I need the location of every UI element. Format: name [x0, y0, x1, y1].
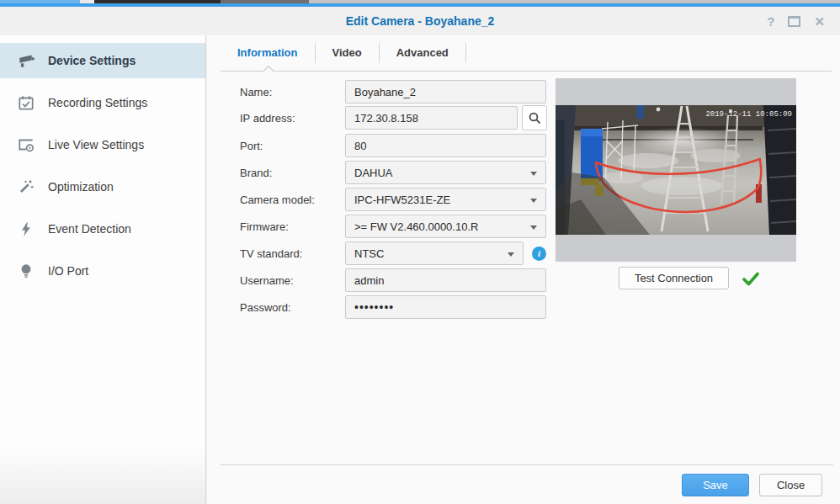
- form-row-username: Username:: [240, 268, 546, 292]
- username-label: Username:: [240, 274, 345, 287]
- form-row-port: Port:: [240, 134, 546, 157]
- lightning-bolt-icon: [17, 220, 35, 238]
- tab-information[interactable]: Information: [221, 43, 316, 63]
- form-row-firmware: Firmware: >= FW V2.460.0000.10.R: [240, 215, 546, 238]
- brand-select-value: DAHUA: [354, 167, 393, 179]
- help-icon[interactable]: ?: [767, 15, 774, 28]
- dialog-body: Device Settings Recording Settings Live …: [0, 35, 840, 504]
- sidebar-item-label: Event Detection: [48, 222, 131, 236]
- tab-bar: Information Video Advanced: [221, 43, 466, 63]
- footer-divider: [221, 464, 833, 465]
- form-row-password: Password:: [240, 295, 546, 319]
- sidebar-item-label: Live View Settings: [48, 138, 144, 151]
- settings-sidebar: Device Settings Recording Settings Live …: [0, 35, 206, 504]
- form-row-tv-standard: TV standard: NTSC i: [240, 241, 546, 265]
- dialog-titlebar: Edit Camera - Boyahane_2 ? ✕: [0, 7, 840, 35]
- sidebar-item-device-settings[interactable]: Device Settings: [0, 43, 205, 78]
- save-button[interactable]: Save: [682, 474, 749, 496]
- firmware-select[interactable]: >= FW V2.460.0000.10.R: [345, 215, 546, 238]
- form-row-brand: Brand: DAHUA: [240, 161, 546, 184]
- brand-select[interactable]: DAHUA: [345, 161, 546, 184]
- sidebar-item-io-port[interactable]: I/O Port: [0, 253, 205, 289]
- name-label: Name:: [240, 86, 345, 98]
- background-window-edge: [0, 0, 840, 7]
- calendar-check-icon: [17, 93, 35, 112]
- firmware-select-value: >= FW V2.460.0000.10.R: [354, 220, 478, 233]
- tv-standard-select[interactable]: NTSC: [345, 241, 524, 265]
- connection-success-check-icon: [742, 270, 760, 287]
- window-controls: ? ✕: [767, 7, 825, 35]
- sidebar-item-label: Optimization: [48, 180, 114, 194]
- dialog-title: Edit Camera - Boyahane_2: [0, 7, 840, 35]
- chevron-down-icon: [530, 199, 537, 203]
- light-bulb-icon: [17, 262, 35, 280]
- chevron-down-icon: [508, 252, 514, 257]
- tab-advanced[interactable]: Advanced: [380, 43, 466, 63]
- ip-address-label: IP address:: [240, 112, 345, 125]
- port-input[interactable]: [345, 134, 546, 157]
- camera-model-select[interactable]: IPC-HFW5231E-ZE: [345, 188, 546, 211]
- form-row-camera-model: Camera model: IPC-HFW5231E-ZE: [240, 188, 546, 211]
- test-connection-button[interactable]: Test Connection: [619, 267, 729, 289]
- tab-video[interactable]: Video: [316, 43, 380, 63]
- chevron-down-icon: [530, 172, 537, 176]
- close-button[interactable]: Close: [759, 474, 822, 496]
- firmware-label: Firmware:: [240, 220, 345, 233]
- content-panel: Information Video Advanced Name: IP addr…: [207, 35, 840, 504]
- username-input[interactable]: [345, 268, 546, 292]
- search-camera-button[interactable]: [522, 105, 547, 130]
- camera-preview-frame: 2019-12-11 10:05:09: [556, 78, 796, 262]
- port-label: Port:: [240, 140, 345, 152]
- camera-model-label: Camera model:: [240, 194, 345, 206]
- name-input[interactable]: [345, 80, 546, 103]
- sidebar-item-label: Recording Settings: [48, 96, 147, 109]
- cctv-camera-icon: [17, 51, 35, 70]
- active-tab-caret: [263, 66, 274, 77]
- test-connection-row: Test Connection: [619, 267, 760, 289]
- magic-wand-icon: [17, 178, 35, 196]
- chevron-down-icon: [530, 225, 537, 230]
- camera-snapshot-image: 2019-12-11 10:05:09: [556, 105, 796, 235]
- sidebar-item-live-view-settings[interactable]: Live View Settings: [0, 127, 205, 162]
- form-row-name: Name:: [240, 80, 546, 103]
- sidebar-item-optimization[interactable]: Optimization: [0, 169, 205, 204]
- ip-address-input[interactable]: [345, 106, 518, 130]
- brand-label: Brand:: [240, 167, 345, 179]
- close-icon[interactable]: ✕: [814, 15, 825, 28]
- maximize-icon[interactable]: [788, 16, 800, 27]
- sidebar-item-label: Device Settings: [48, 54, 136, 67]
- monitor-camera-icon: [17, 135, 35, 154]
- info-icon[interactable]: i: [532, 247, 546, 261]
- edit-camera-dialog: Edit Camera - Boyahane_2 ? ✕ Device Sett…: [0, 7, 840, 504]
- password-input[interactable]: [345, 295, 546, 319]
- camera-model-select-value: IPC-HFW5231E-ZE: [354, 194, 450, 206]
- sidebar-item-recording-settings[interactable]: Recording Settings: [0, 85, 205, 120]
- form-row-ip-address: IP address:: [240, 106, 547, 130]
- sidebar-item-label: I/O Port: [48, 264, 88, 278]
- tab-underline: [221, 71, 832, 72]
- camera-timestamp: 2019-12-11 10:05:09: [705, 110, 792, 119]
- tv-standard-select-value: NTSC: [354, 247, 384, 260]
- tv-standard-label: TV standard:: [240, 247, 345, 260]
- search-icon: [528, 111, 542, 125]
- sidebar-item-event-detection[interactable]: Event Detection: [0, 211, 205, 247]
- password-label: Password:: [240, 301, 345, 314]
